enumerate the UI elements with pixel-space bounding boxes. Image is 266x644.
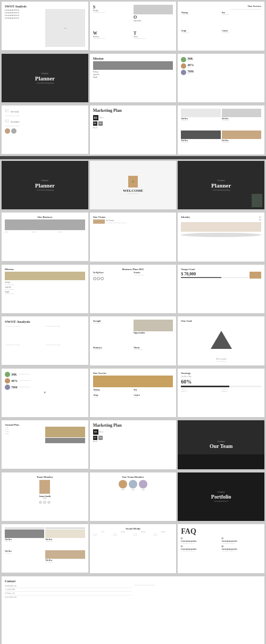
service2-contacts: Contacts Lorem	[133, 394, 173, 398]
stat-3-label: Stat 3	[187, 73, 194, 75]
mission-img	[93, 61, 173, 70]
tg2-img-2	[45, 529, 85, 538]
goal-triangle	[211, 331, 232, 349]
slide-welcome: 🌿 WELCOME Lorem ipsum dolor sit	[90, 161, 177, 210]
o-label: Opportunity	[134, 20, 173, 22]
circle-2	[11, 128, 16, 134]
goal-text: Lorem ipsum text	[181, 361, 261, 362]
title-text-1: Lorem ipsum	[181, 120, 220, 121]
service-design: Design Lorem ipsum	[181, 29, 221, 47]
contact-extra: Lorem ipsum dolor sit amet consectetur	[134, 584, 261, 599]
circle-1	[5, 128, 10, 134]
tg2-item-2: Title Here Lorem ipsum	[45, 527, 85, 549]
social-title: Social Media	[93, 527, 173, 530]
faq-q3: Lorem ipsum question	[181, 548, 220, 550]
vision-manager-title: Our Manager	[106, 219, 127, 222]
target-title: Target Goal	[181, 268, 261, 271]
social-icon-2	[43, 501, 46, 504]
stat-img-2	[181, 63, 186, 69]
marketing2-numbers: 02 Plan A	[93, 429, 173, 435]
social-h4: Startups	[153, 531, 173, 533]
big-picture-label: The Big Picture	[93, 272, 132, 274]
stat-img-1	[181, 57, 186, 62]
social-r2c1: Our Plan	[93, 535, 113, 536]
social-h2: Strategy	[113, 531, 132, 533]
s-box: S Strength Lorem ipsum text here	[93, 5, 132, 30]
service2-design-txt: Lorem	[94, 396, 132, 398]
swot-s: Lorem ipsum dolor sit amet	[5, 325, 45, 343]
planner-sub-1: A free hand board planning	[35, 82, 55, 84]
slide-title-grid-2: Title Here Lorem ipsum Title Here Lorem …	[2, 524, 88, 573]
title-text-3: Lorem ipsum	[181, 142, 220, 143]
slide-numbered: 01 Our Concept Lorem ipsum dolor sit ame…	[2, 105, 88, 154]
marketing2-03: 03	[98, 436, 103, 440]
portfolio-title: Portfolio	[211, 494, 231, 500]
slide-stats-2: 30K Lorem ipsum dolor sit 40% Lorem ipsu…	[2, 369, 88, 417]
slide-target-goal: Target Goal $ 70,000	[178, 265, 264, 314]
identity-title: Identity	[181, 216, 190, 221]
slide-our-service-2: Our Service Planning Lorem Beta Lorem De…	[90, 369, 177, 418]
bp-content: The Big Picture Lorem ipsum dolor Priori…	[93, 272, 173, 311]
social-icon-1	[39, 501, 42, 504]
service-desc: Lorem ipsum dolor sit amet consectetur a…	[181, 9, 261, 10]
service2-design: Design Lorem	[93, 394, 133, 398]
business-img	[5, 219, 85, 230]
identity-chart	[181, 233, 261, 237]
slide-faq: FAQ 01 Lorem ipsum question Lorem ipsum …	[178, 524, 264, 573]
social-r2c3: Our Plan	[133, 535, 153, 536]
strategy-bar-fill	[181, 386, 229, 387]
contact-content: email@email.com +1 234 567 890 123 Stree…	[5, 584, 261, 599]
slide-stats-top: 30K Stat 1 40% Stat 2 70M Stat 3	[178, 54, 264, 103]
planner-title-2: Planner	[35, 182, 55, 189]
stat-row-1: 30K Stat 1	[181, 57, 261, 62]
business-item-1: Feature	[5, 231, 31, 233]
swot-w-detail: Weakness Lorem ipsum text	[93, 346, 132, 362]
audience-row: 02 Our Audience	[5, 119, 85, 124]
slide-mission-2: Mission Strategy Lorem ipsum text Approa…	[2, 265, 88, 313]
tg2-text-2: Lorem ipsum	[45, 541, 85, 542]
target-amount: $ 70,000	[181, 272, 248, 276]
team-member-role: CEO	[5, 498, 85, 500]
faq-q3-num: 02	[181, 545, 220, 548]
plan-b-label: Plan B	[93, 127, 173, 129]
plan-01: 01	[93, 121, 97, 126]
strategy-top-pick: Top Pick to Day	[181, 376, 261, 378]
our-team-overlay	[178, 454, 264, 469]
brand-creative-3: Creative	[211, 179, 231, 182]
row-3: 01 Our Concept Lorem ipsum dolor sit ame…	[0, 104, 266, 156]
mission-insight-text: Lorem ipsum text	[5, 293, 85, 295]
swot-title: SWOT Analysis	[5, 5, 85, 8]
member-3: Name	[139, 480, 147, 491]
bp-circle-3	[101, 277, 104, 280]
row-1: SWOT Analysis Lorem ipsum dolor sit Lore…	[0, 0, 266, 52]
service-contacts: Contacts Lorem ipsum	[221, 29, 261, 47]
stat2-img-3	[5, 385, 10, 390]
social-rows: Our Plan Our Plan Our Plan Our Plan Our …	[93, 533, 173, 536]
goal-sub: This is our goals	[181, 358, 261, 360]
stat-3-value: 70M	[187, 70, 194, 73]
stat2-dots: ▼	[5, 391, 85, 394]
swot-o: Lorem ipsum dolor sit amet	[45, 325, 85, 343]
slide-creative-planner-1: Creative Planner A free hand board plann…	[2, 54, 88, 102]
member-1-name: Name	[119, 489, 127, 491]
tg2-img-1	[5, 529, 44, 538]
planner-sub-3: A free hand board planning	[211, 189, 231, 191]
stat2-img-2	[5, 378, 10, 384]
section2-row6: Annual Plan 10 Jan 15 Dec 20 Aug 05 Sep …	[0, 419, 266, 471]
mission-strategy-text: Lorem ipsum text	[5, 284, 85, 286]
beta-text: Lorem ipsum	[222, 14, 261, 15]
stat-2-label: Stat 2	[187, 67, 194, 68]
approach-lbl: Approach	[93, 74, 99, 76]
annual-title: Annual Plan	[5, 423, 85, 426]
stat2-2-desc: Lorem ipsum dolor sit	[19, 380, 85, 381]
stat-row-2: 40% Stat 2	[181, 63, 261, 69]
member-2-name: Name	[129, 489, 137, 491]
slide-business-plan: Business Plan 2025 The Big Picture Lorem…	[90, 265, 177, 314]
annual-content: 10 Jan 15 Dec 20 Aug 05 Sep	[5, 427, 85, 466]
annual-date-1: 10 Jan	[5, 427, 44, 428]
section2-row9: Contact email@email.com +1 234 567 890 1…	[0, 575, 266, 645]
slide-marketing-plan-2: Marketing Plan 02 Plan A 01 03 Plan B	[90, 420, 177, 469]
w-text: Lorem ipsum text here	[93, 38, 132, 39]
audience-label: Our Audience	[11, 121, 20, 123]
our-team-member-title: Our Team Member	[93, 476, 173, 478]
